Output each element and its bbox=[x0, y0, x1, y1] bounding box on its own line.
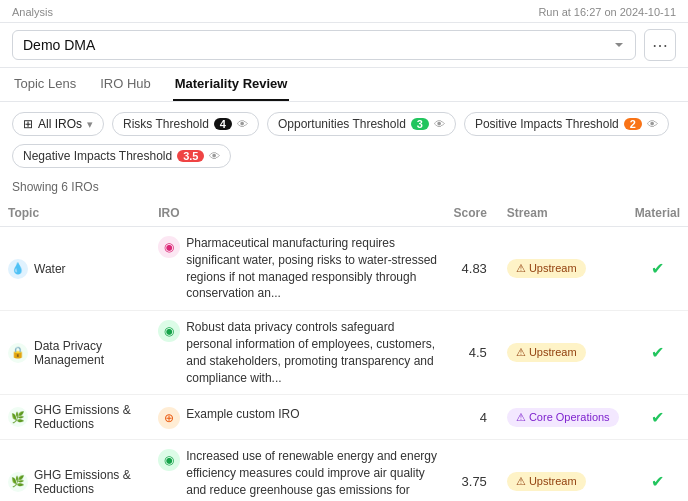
topic-label: GHG Emissions & Reductions bbox=[34, 468, 142, 496]
all-iros-dropdown-icon: ▾ bbox=[87, 118, 93, 131]
stream-cell: ⚠ Upstream bbox=[499, 311, 627, 395]
iro-header: IRO bbox=[150, 200, 445, 227]
all-iros-filter[interactable]: ⊞ All IROs ▾ bbox=[12, 112, 104, 136]
topic-icon: 💧 bbox=[8, 259, 28, 279]
topic-label: Water bbox=[34, 262, 66, 276]
stream-badge: ⚠ Core Operations bbox=[507, 408, 619, 427]
topic-cell: 🌿 GHG Emissions & Reductions bbox=[0, 440, 150, 501]
table-row: 🔒 Data Privacy Management ◉ Robust data … bbox=[0, 311, 688, 395]
material-check-icon: ✔ bbox=[651, 473, 664, 490]
table-row: 🌿 GHG Emissions & Reductions ⊕ Example c… bbox=[0, 395, 688, 440]
topic-icon: 🌿 bbox=[8, 472, 28, 492]
opportunities-threshold-eye-icon: 👁 bbox=[434, 118, 445, 130]
score-cell: 4.5 bbox=[446, 311, 499, 395]
risks-threshold-eye-icon: 👁 bbox=[237, 118, 248, 130]
tabs-bar: Topic Lens IRO Hub Materiality Review bbox=[0, 68, 688, 102]
selector-row: Demo DMA ⋯ bbox=[0, 23, 688, 68]
negative-impacts-threshold-label: Negative Impacts Threshold bbox=[23, 149, 172, 163]
score-value: 4.83 bbox=[462, 261, 487, 276]
iro-text: Pharmaceutical manufacturing requires si… bbox=[186, 235, 437, 302]
topic-cell: 🔒 Data Privacy Management bbox=[0, 311, 150, 395]
material-cell: ✔ bbox=[627, 440, 688, 501]
material-check-icon: ✔ bbox=[651, 409, 664, 426]
stream-cell: ⚠ Core Operations bbox=[499, 395, 627, 440]
tab-materiality-review[interactable]: Materiality Review bbox=[173, 68, 290, 101]
stream-header: Stream bbox=[499, 200, 627, 227]
topic-icon: 🔒 bbox=[8, 343, 28, 363]
stream-badge: ⚠ Upstream bbox=[507, 259, 586, 278]
table-row: 🌿 GHG Emissions & Reductions ◉ Increased… bbox=[0, 440, 688, 501]
topic-header: Topic bbox=[0, 200, 150, 227]
positive-impacts-threshold-filter[interactable]: Positive Impacts Threshold 2 👁 bbox=[464, 112, 669, 136]
material-header: Material bbox=[627, 200, 688, 227]
top-bar: Analysis Run at 16:27 on 2024-10-11 bbox=[0, 0, 688, 23]
iro-text: Example custom IRO bbox=[186, 406, 299, 423]
table-row: 💧 Water ◉ Pharmaceutical manufacturing r… bbox=[0, 227, 688, 311]
opportunities-threshold-count: 3 bbox=[411, 118, 429, 130]
topic-cell: 🌿 GHG Emissions & Reductions bbox=[0, 395, 150, 440]
topic-cell: 💧 Water bbox=[0, 227, 150, 311]
topic-label: GHG Emissions & Reductions bbox=[34, 403, 142, 431]
analysis-label: Analysis bbox=[12, 6, 53, 18]
stream-cell: ⚠ Upstream bbox=[499, 440, 627, 501]
risks-threshold-filter[interactable]: Risks Threshold 4 👁 bbox=[112, 112, 259, 136]
iro-type-icon: ◉ bbox=[158, 449, 180, 471]
opportunities-threshold-filter[interactable]: Opportunities Threshold 3 👁 bbox=[267, 112, 456, 136]
iro-text: Increased use of renewable energy and en… bbox=[186, 448, 437, 501]
stream-badge: ⚠ Upstream bbox=[507, 472, 586, 491]
run-label: Run at 16:27 on 2024-10-11 bbox=[538, 6, 676, 18]
stream-cell: ⚠ Upstream bbox=[499, 227, 627, 311]
material-check-icon: ✔ bbox=[651, 260, 664, 277]
all-iros-icon: ⊞ bbox=[23, 117, 33, 131]
tab-iro-hub[interactable]: IRO Hub bbox=[98, 68, 153, 101]
iro-text: Robust data privacy controls safeguard p… bbox=[186, 319, 437, 386]
risks-threshold-label: Risks Threshold bbox=[123, 117, 209, 131]
risks-threshold-count: 4 bbox=[214, 118, 232, 130]
score-cell: 4 bbox=[446, 395, 499, 440]
material-check-icon: ✔ bbox=[651, 344, 664, 361]
stream-badge: ⚠ Upstream bbox=[507, 343, 586, 362]
analysis-selector[interactable]: Demo DMA bbox=[12, 30, 636, 60]
more-button[interactable]: ⋯ bbox=[644, 29, 676, 61]
iro-table: Topic IRO Score Stream Material 💧 Water … bbox=[0, 200, 688, 501]
iro-type-icon: ⊕ bbox=[158, 407, 180, 429]
showing-label: Showing 6 IROs bbox=[0, 178, 688, 200]
topic-icon: 🌿 bbox=[8, 407, 28, 427]
score-value: 3.75 bbox=[462, 474, 487, 489]
negative-impacts-threshold-count: 3.5 bbox=[177, 150, 204, 162]
topic-label: Data Privacy Management bbox=[34, 339, 142, 367]
positive-impacts-threshold-label: Positive Impacts Threshold bbox=[475, 117, 619, 131]
all-iros-label: All IROs bbox=[38, 117, 82, 131]
score-value: 4 bbox=[480, 410, 487, 425]
iro-cell: ◉ Increased use of renewable energy and … bbox=[150, 440, 445, 501]
opportunities-threshold-label: Opportunities Threshold bbox=[278, 117, 406, 131]
negative-impacts-threshold-filter[interactable]: Negative Impacts Threshold 3.5 👁 bbox=[12, 144, 231, 168]
positive-impacts-threshold-count: 2 bbox=[624, 118, 642, 130]
tab-topic-lens[interactable]: Topic Lens bbox=[12, 68, 78, 101]
iro-type-icon: ◉ bbox=[158, 320, 180, 342]
material-cell: ✔ bbox=[627, 227, 688, 311]
iro-type-icon: ◉ bbox=[158, 236, 180, 258]
score-value: 4.5 bbox=[469, 345, 487, 360]
filters-row: ⊞ All IROs ▾ Risks Threshold 4 👁 Opportu… bbox=[0, 102, 688, 178]
score-cell: 4.83 bbox=[446, 227, 499, 311]
material-cell: ✔ bbox=[627, 311, 688, 395]
score-cell: 3.75 bbox=[446, 440, 499, 501]
iro-cell: ◉ Robust data privacy controls safeguard… bbox=[150, 311, 445, 395]
iro-cell: ◉ Pharmaceutical manufacturing requires … bbox=[150, 227, 445, 311]
iro-cell: ⊕ Example custom IRO bbox=[150, 395, 445, 440]
material-cell: ✔ bbox=[627, 395, 688, 440]
negative-impacts-threshold-eye-icon: 👁 bbox=[209, 150, 220, 162]
score-header: Score bbox=[446, 200, 499, 227]
positive-impacts-threshold-eye-icon: 👁 bbox=[647, 118, 658, 130]
